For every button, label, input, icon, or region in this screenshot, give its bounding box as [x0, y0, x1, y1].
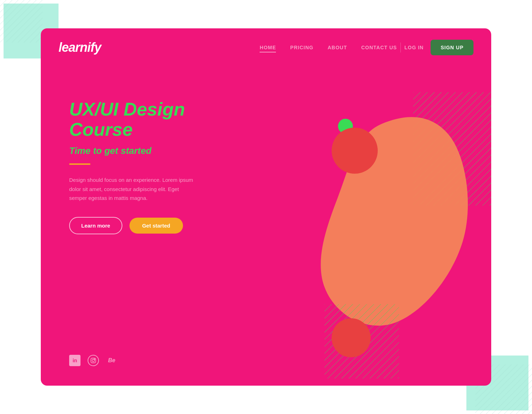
corner-tl-lines-svg [0, 0, 43, 43]
hero-divider [69, 163, 90, 165]
nav-item-pricing[interactable]: PRICING [290, 44, 313, 51]
nav-link-home[interactable]: HOME [260, 45, 276, 52]
circle-red-small [332, 318, 371, 357]
nav-links: HOME PRICING ABOUT CONTACT US [260, 44, 397, 51]
svg-rect-1 [0, 0, 43, 43]
logo[interactable]: learnify [59, 40, 101, 55]
learn-more-button[interactable]: Learn more [69, 217, 122, 234]
navbar: learnify HOME PRICING ABOUT CONTACT US L… [41, 28, 491, 55]
nav-divider [400, 43, 401, 52]
nav-link-about[interactable]: ABOUT [328, 45, 347, 50]
nav-link-contact[interactable]: CONTACT US [361, 45, 397, 50]
instagram-icon[interactable] [88, 355, 99, 366]
login-button[interactable]: LOG IN [404, 45, 423, 50]
svg-point-10 [94, 359, 95, 359]
social-icons: in Be [69, 355, 117, 366]
nav-item-about[interactable]: ABOUT [328, 44, 347, 51]
svg-point-9 [92, 359, 95, 362]
hero-subtitle: Time to get started [69, 145, 243, 156]
hero-section: UX/UI Design Course Time to get started … [59, 99, 254, 234]
hero-buttons: Learn more Get started [69, 217, 243, 234]
nav-item-home[interactable]: HOME [260, 44, 276, 51]
linkedin-icon[interactable]: in [69, 355, 81, 366]
behance-icon[interactable]: Be [106, 355, 117, 366]
nav-link-pricing[interactable]: PRICING [290, 45, 313, 50]
nav-item-contact[interactable]: CONTACT US [361, 44, 397, 51]
hero-description: Design should focus on an experience. Lo… [69, 175, 197, 203]
signup-button[interactable]: SIGN UP [431, 40, 473, 55]
main-card: learnify HOME PRICING ABOUT CONTACT US L… [41, 28, 491, 386]
get-started-button[interactable]: Get started [129, 218, 183, 234]
hero-title: UX/UI Design Course [69, 99, 243, 140]
blob-orange [300, 106, 470, 326]
circle-red-large [332, 128, 378, 174]
